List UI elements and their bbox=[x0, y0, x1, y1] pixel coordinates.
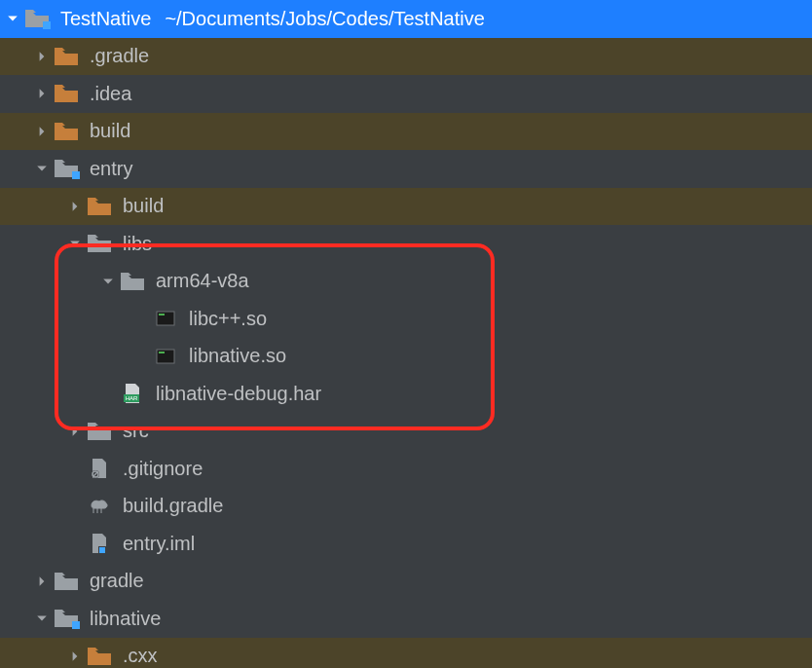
folder-icon bbox=[86, 646, 113, 667]
svg-rect-1 bbox=[159, 314, 165, 315]
tree-label: build.gradle bbox=[123, 495, 223, 517]
tree-row-libnative[interactable]: libnative bbox=[0, 600, 812, 638]
iml-file-icon bbox=[86, 533, 113, 554]
chevron-right-icon[interactable] bbox=[31, 126, 53, 137]
folder-icon bbox=[53, 571, 80, 592]
svg-text:HAR: HAR bbox=[126, 395, 138, 401]
tree-label: .cxx bbox=[123, 645, 158, 667]
module-folder-icon bbox=[23, 8, 51, 29]
tree-label: .idea bbox=[90, 83, 131, 105]
tree-row-build[interactable]: build bbox=[0, 113, 812, 151]
chevron-right-icon[interactable] bbox=[64, 426, 86, 437]
project-tree: TestNative ~/Documents/Jobs/Codes/TestNa… bbox=[0, 0, 812, 668]
tree-label: entry.iml bbox=[123, 533, 195, 555]
binary-file-icon bbox=[152, 308, 179, 329]
tree-label: .gradle bbox=[90, 45, 149, 67]
folder-icon bbox=[119, 271, 146, 292]
chevron-down-icon[interactable] bbox=[31, 163, 53, 174]
tree-label: arm64-v8a bbox=[156, 270, 249, 292]
tree-row-libs[interactable]: libs bbox=[0, 225, 812, 263]
module-folder-icon bbox=[53, 608, 80, 629]
tree-row-gitignore[interactable]: .gitignore bbox=[0, 450, 812, 488]
tree-row-entry-iml[interactable]: entry.iml bbox=[0, 525, 812, 563]
tree-label: libs bbox=[123, 233, 152, 255]
chevron-down-icon[interactable] bbox=[64, 238, 86, 249]
folder-icon bbox=[86, 233, 113, 254]
tree-row-libnative-har[interactable]: HAR libnative-debug.har bbox=[0, 375, 812, 413]
tree-label: gradle bbox=[90, 570, 144, 592]
tree-label: libnative-debug.har bbox=[156, 383, 321, 405]
tree-row-entry[interactable]: entry bbox=[0, 150, 812, 188]
chevron-right-icon[interactable] bbox=[31, 51, 53, 62]
tree-label: libc++.so bbox=[189, 308, 267, 330]
folder-icon bbox=[53, 83, 80, 104]
chevron-down-icon[interactable] bbox=[31, 612, 53, 624]
tree-label: TestNative bbox=[60, 8, 151, 30]
module-folder-icon bbox=[53, 158, 80, 179]
tree-path: ~/Documents/Jobs/Codes/TestNative bbox=[165, 8, 485, 30]
tree-row-cxx[interactable]: .cxx bbox=[0, 638, 812, 669]
tree-row-src[interactable]: src bbox=[0, 413, 812, 451]
tree-label: src bbox=[123, 420, 149, 442]
folder-icon bbox=[86, 421, 113, 442]
folder-icon bbox=[53, 121, 80, 142]
tree-label: libnative.so bbox=[189, 345, 286, 367]
tree-label: .gitignore bbox=[123, 458, 203, 480]
tree-row-idea[interactable]: .idea bbox=[0, 75, 812, 113]
tree-row-arm64[interactable]: arm64-v8a bbox=[0, 263, 812, 301]
gitignore-file-icon bbox=[86, 458, 113, 479]
svg-rect-3 bbox=[159, 352, 165, 353]
tree-row-entry-build[interactable]: build bbox=[0, 188, 812, 226]
folder-icon bbox=[53, 46, 80, 67]
tree-row-build-gradle[interactable]: build.gradle bbox=[0, 488, 812, 526]
tree-row-libcpp[interactable]: libc++.so bbox=[0, 300, 812, 338]
binary-file-icon bbox=[152, 346, 179, 367]
tree-row-gradle-dir[interactable]: gradle bbox=[0, 563, 812, 601]
folder-icon bbox=[86, 196, 113, 217]
tree-label: entry bbox=[90, 158, 132, 180]
chevron-right-icon[interactable] bbox=[31, 575, 53, 587]
tree-label: build bbox=[90, 120, 130, 142]
svg-rect-10 bbox=[99, 547, 105, 553]
chevron-right-icon[interactable] bbox=[64, 650, 86, 662]
tree-row-root[interactable]: TestNative ~/Documents/Jobs/Codes/TestNa… bbox=[0, 0, 812, 38]
tree-label: build bbox=[123, 195, 164, 217]
tree-row-gradle[interactable]: .gradle bbox=[0, 38, 812, 76]
chevron-right-icon[interactable] bbox=[64, 201, 86, 212]
tree-label: libnative bbox=[90, 608, 161, 630]
chevron-down-icon[interactable] bbox=[97, 276, 119, 287]
gradle-file-icon bbox=[86, 496, 113, 517]
chevron-right-icon[interactable] bbox=[31, 88, 53, 99]
tree-row-libnative-so[interactable]: libnative.so bbox=[0, 338, 812, 376]
har-file-icon: HAR bbox=[119, 383, 146, 404]
chevron-down-icon[interactable] bbox=[2, 13, 23, 24]
